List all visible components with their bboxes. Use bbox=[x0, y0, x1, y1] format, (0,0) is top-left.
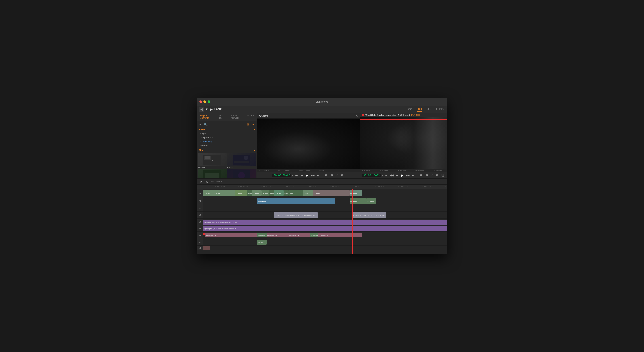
clip-wipe[interactable]: Wipe bbox=[288, 190, 303, 196]
back-nav-button[interactable]: ◀ bbox=[198, 122, 202, 126]
program-record-indicator bbox=[362, 114, 364, 116]
clip-item-aa5496[interactable]: AA5496 bbox=[198, 169, 227, 178]
prog-ctrl-mark-out[interactable]: ⊟ bbox=[424, 173, 429, 178]
track-label-a2: A2 bbox=[197, 219, 203, 225]
prog-ctrl-home[interactable]: ⏮ bbox=[384, 173, 388, 178]
clip-item-aa5504[interactable]: ▶ AA5504 bbox=[198, 154, 227, 169]
prog-tc-1: 01:00:00+00 bbox=[361, 170, 372, 172]
clip-item-aa5683[interactable]: AA5683 bbox=[227, 154, 256, 169]
clip-item-aa5518[interactable]: AA5518 bbox=[227, 169, 256, 178]
nav-tab-log[interactable]: LOG bbox=[407, 107, 412, 112]
nav-tab-audio[interactable]: AUDIO bbox=[436, 107, 444, 112]
track-content-v3[interactable] bbox=[203, 205, 447, 211]
clip-zd-a1[interactable]: ZD595614 - chriskalhoon - Custom Demo.mp… bbox=[274, 212, 318, 218]
prog-ctrl-audio[interactable]: 🎧 bbox=[440, 173, 445, 178]
source-monitor-close[interactable]: ✕ bbox=[355, 114, 358, 118]
source-ctrl-forward[interactable]: ▶▶ bbox=[310, 173, 315, 178]
search-button[interactable]: 🔍 bbox=[204, 122, 208, 126]
tab-pond5[interactable]: Pond5 bbox=[245, 113, 256, 121]
clip-aa5493[interactable]: AA5493 bbox=[203, 190, 213, 196]
clip-music-a3[interactable]: fighting-for-you-quinn-erwin-musicbed, A… bbox=[203, 226, 447, 231]
clip-aa5508[interactable]: AA5508 bbox=[350, 190, 362, 196]
source-ctrl-rewind[interactable]: ⏮ bbox=[294, 173, 299, 178]
bins-add-icon[interactable]: + bbox=[254, 149, 255, 152]
clip-aa568[interactable]: AA568 bbox=[262, 190, 269, 196]
timeline-settings-icon[interactable]: ⚙ bbox=[198, 180, 203, 184]
filters-expand-icon[interactable]: + bbox=[254, 128, 255, 131]
program-monitor-title: West Side Tractor resolve test AAF Impor… bbox=[366, 114, 410, 116]
source-ctrl-mark-in[interactable]: ⊞ bbox=[324, 173, 328, 178]
clip-label-aa5683: AA5683 bbox=[227, 166, 256, 169]
clip-music-a2[interactable]: fighting-for-you-quinn-erwin-musicbed, A… bbox=[203, 220, 447, 224]
filter-recent[interactable]: Recent bbox=[198, 144, 255, 147]
clip-legacy-text-tl[interactable]: legacy text bbox=[257, 198, 335, 204]
track-content-a2[interactable]: fighting-for-you-quinn-erwin-musicbed, A… bbox=[203, 219, 447, 225]
track-a6: A6 bbox=[197, 246, 447, 250]
prog-ctrl-forward[interactable]: ▶▶ bbox=[406, 173, 410, 178]
clip-aa5504-tl[interactable]: AA5504 bbox=[303, 190, 313, 196]
svg-point-10 bbox=[238, 172, 245, 178]
prog-ctrl-back2[interactable]: ◀◀ bbox=[389, 173, 394, 178]
clip-dissolve-3[interactable]: Dissolve bbox=[284, 190, 288, 196]
prog-ctrl-play[interactable]: ▶ bbox=[400, 173, 404, 178]
close-button[interactable] bbox=[200, 100, 202, 103]
track-content-a3[interactable]: fighting-for-you-quinn-erwin-musicbed, A… bbox=[203, 226, 447, 232]
view-toggle-button[interactable]: ⊞ bbox=[246, 122, 250, 126]
prog-timecode-display[interactable]: 01:00:10+03 bbox=[362, 174, 381, 177]
back-button[interactable]: ◀ bbox=[198, 107, 204, 112]
nav-tab-vfx[interactable]: VFX bbox=[427, 107, 431, 112]
clip-aa5683[interactable]: AA5683 bbox=[252, 190, 262, 196]
tab-audio-network[interactable]: Audio Network bbox=[229, 113, 245, 121]
add-button[interactable]: + bbox=[251, 122, 256, 126]
prog-ctrl-mark-in[interactable]: ⊞ bbox=[419, 173, 424, 178]
clip-zd-a1-2[interactable]: ZD595614 - chriskalhoon - Custom Demo.mp… bbox=[352, 212, 386, 218]
timeline-magnet-icon[interactable]: ⊕ bbox=[205, 180, 209, 184]
prog-ctrl-full[interactable]: ⊡ bbox=[435, 173, 440, 178]
prog-ctrl-end[interactable]: ⏭ bbox=[411, 173, 415, 178]
clip-a6-small[interactable] bbox=[203, 246, 210, 250]
prog-tc-3: 01:02:00+00 bbox=[397, 170, 408, 172]
filters-header[interactable]: Filters + bbox=[198, 128, 255, 131]
track-content-a6[interactable] bbox=[203, 246, 447, 250]
clip-aa5509-tl[interactable]: AA5509 bbox=[350, 198, 366, 204]
a4-red-indicator bbox=[203, 233, 205, 235]
clip-dissolve-1[interactable]: Dissolve bbox=[247, 190, 252, 196]
project-arrow[interactable]: ▾ bbox=[224, 108, 224, 110]
project-name[interactable]: Project WST bbox=[206, 108, 222, 111]
nav-tab-edit[interactable]: EDIT bbox=[416, 107, 422, 112]
program-monitor-viewport bbox=[360, 118, 447, 169]
track-content-a4[interactable]: AAS496, A1 Crossfade AA5498, A1 AA5504, … bbox=[203, 232, 447, 238]
filter-sequences[interactable]: Sequences bbox=[198, 136, 255, 139]
source-ctrl-mark-out[interactable]: ⊟ bbox=[330, 173, 334, 178]
maximize-button[interactable] bbox=[208, 100, 210, 103]
filters-label: Filters bbox=[198, 128, 205, 131]
filter-everything[interactable]: Everything bbox=[198, 140, 255, 143]
prog-ctrl-back[interactable]: ◀ bbox=[395, 173, 399, 178]
tab-local-files[interactable]: Local Files bbox=[216, 113, 229, 121]
source-ctrl-play[interactable]: ▶ bbox=[305, 173, 310, 178]
track-content-a5[interactable]: Crossfade bbox=[203, 239, 447, 245]
clip-crossfade-a5[interactable]: Crossfade bbox=[257, 240, 266, 245]
clip-aa5530[interactable]: AA5530 bbox=[313, 190, 350, 196]
track-content-v2[interactable]: legacy text AA5509 AA5508 bbox=[203, 197, 447, 205]
clip-dissolve-2[interactable]: Dissolve bbox=[269, 190, 274, 196]
prog-tc-4: 01:03:00+00 bbox=[415, 170, 426, 172]
prog-tc-arrow[interactable]: ▾ bbox=[382, 174, 383, 177]
minimize-button[interactable] bbox=[204, 100, 206, 103]
track-content-a1[interactable]: ZD595614 - chriskalhoon - Custom Demo.mp… bbox=[203, 212, 447, 218]
clip-aa5685[interactable]: AA5685 bbox=[235, 190, 247, 196]
timeline-header: ⚙ ⊕ 01:00:02+00 bbox=[197, 179, 447, 185]
track-content-v1[interactable]: AA5493 AA5496 AA5685 Dissolve AA5683 AA5… bbox=[203, 189, 447, 197]
source-ctrl-full[interactable]: ⊡ bbox=[340, 173, 344, 178]
clip-aa5496[interactable]: AA5496 bbox=[213, 190, 235, 196]
tab-project-contents[interactable]: Project Contents bbox=[198, 113, 216, 121]
clip-aa5508-v2[interactable]: AA5508 bbox=[367, 198, 376, 204]
source-tc-arrow[interactable]: ▾ bbox=[292, 174, 294, 177]
source-ctrl-back[interactable]: ◀ bbox=[300, 173, 304, 178]
prog-ctrl-zoom[interactable]: ⤢ bbox=[430, 173, 434, 178]
source-ctrl-zoom[interactable]: ⤢ bbox=[335, 173, 339, 178]
source-ctrl-end[interactable]: ⏭ bbox=[316, 173, 320, 178]
source-timecode-display[interactable]: 00:00:00+00 bbox=[272, 174, 291, 177]
filter-clips[interactable]: Clips bbox=[198, 132, 255, 135]
clip-aa5498[interactable]: AA5498 bbox=[274, 190, 284, 196]
